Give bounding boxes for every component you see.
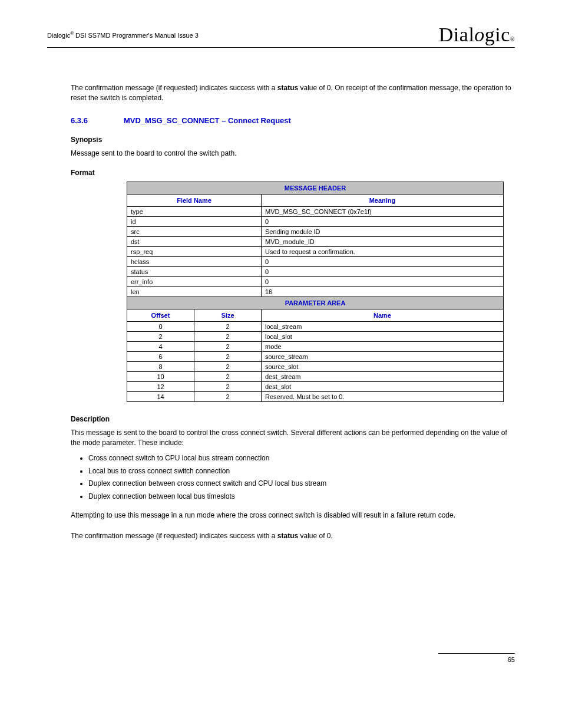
table-row: len16: [127, 287, 504, 297]
cell-field: rsp_req: [127, 247, 262, 257]
table-row: 122dest_slot: [127, 382, 504, 392]
intro-bold: status: [277, 84, 298, 92]
table-row: 62source_stream: [127, 352, 504, 362]
cell-size: 2: [194, 362, 262, 372]
cell-name: Reserved. Must be set to 0.: [262, 392, 504, 402]
table-row: hclass0: [127, 257, 504, 267]
table-row: dstMVD_module_ID: [127, 237, 504, 247]
cell-field: dst: [127, 237, 262, 247]
section-heading: 6.3.6MVD_MSG_SC_CONNECT – Connect Reques…: [71, 116, 515, 125]
cell-size: 2: [194, 392, 262, 402]
description-para3: The confirmation message (if requested) …: [71, 531, 515, 541]
table-row: id0: [127, 217, 504, 227]
table-row: err_info0: [127, 277, 504, 287]
col-offset: Offset: [127, 309, 194, 322]
parameter-area-title: PARAMETER AREA: [127, 297, 504, 309]
intro-paragraph: The confirmation message (if requested) …: [71, 83, 515, 103]
cell-size: 2: [194, 382, 262, 392]
description-para1: This message is sent to the board to con…: [71, 428, 515, 448]
cell-name: source_slot: [262, 362, 504, 372]
synopsis-text: Message sent to the board to control the…: [71, 149, 515, 159]
cell-size: 2: [194, 332, 262, 342]
cell-name: dest_slot: [262, 382, 504, 392]
para3-before: The confirmation message (if requested) …: [71, 532, 277, 540]
cell-field: id: [127, 217, 262, 227]
cell-meaning: 0: [262, 217, 504, 227]
message-header-title: MESSAGE HEADER: [127, 182, 504, 195]
synopsis-heading: Synopsis: [71, 136, 515, 144]
col-size: Size: [194, 309, 262, 322]
cell-name: source_stream: [262, 352, 504, 362]
cell-field: err_info: [127, 277, 262, 287]
cell-name: mode: [262, 342, 504, 352]
table-row: rsp_reqUsed to request a confirmation.: [127, 247, 504, 257]
col-field-name: Field Name: [127, 195, 262, 207]
cell-meaning: 0: [262, 267, 504, 277]
description-heading: Description: [71, 415, 515, 423]
cell-size: 2: [194, 342, 262, 352]
table-row: 102dest_stream: [127, 372, 504, 382]
cell-offset: 10: [127, 372, 194, 382]
page-footer: 65: [438, 653, 515, 663]
table-row: status0: [127, 267, 504, 277]
section-number: 6.3.6: [71, 116, 124, 125]
dialogic-logo: Dialogic®: [439, 24, 515, 46]
cell-offset: 6: [127, 352, 194, 362]
intro-text-before: The confirmation message (if requested) …: [71, 84, 277, 92]
page-number: 65: [508, 656, 515, 663]
table-row: 82source_slot: [127, 362, 504, 372]
header-doc-title: Dialogic® DSI SS7MD Programmer's Manual …: [47, 24, 199, 39]
cell-meaning: Used to request a confirmation.: [262, 247, 504, 257]
description-bullets: Cross connect switch to CPU local bus st…: [88, 454, 515, 501]
cell-meaning: MVD_MSG_SC_CONNECT (0x7e1f): [262, 207, 504, 217]
header-product-suffix: DSI SS7MD Programmer's Manual Issue 3: [74, 32, 199, 39]
cell-size: 2: [194, 322, 262, 332]
col-name: Name: [262, 309, 504, 322]
section-title: MVD_MSG_SC_CONNECT – Connect Request: [124, 116, 291, 125]
cell-offset: 14: [127, 392, 194, 402]
table-row: 142Reserved. Must be set to 0.: [127, 392, 504, 402]
list-item: Cross connect switch to CPU local bus st…: [88, 454, 515, 463]
cell-field: hclass: [127, 257, 262, 267]
list-item: Local bus to cross connect switch connec…: [88, 467, 515, 476]
cell-meaning: Sending module ID: [262, 227, 504, 237]
cell-offset: 2: [127, 332, 194, 342]
logo-registered: ®: [510, 36, 515, 42]
cell-name: local_slot: [262, 332, 504, 342]
description-para2: Attempting to use this message in a run …: [71, 510, 515, 521]
cell-offset: 4: [127, 342, 194, 352]
list-item: Duplex connection between local bus time…: [88, 492, 515, 502]
cell-name: local_stream: [262, 322, 504, 332]
cell-offset: 12: [127, 382, 194, 392]
cell-offset: 0: [127, 322, 194, 332]
table-row: 42mode: [127, 342, 504, 352]
table-row: srcSending module ID: [127, 227, 504, 237]
cell-name: dest_stream: [262, 372, 504, 382]
cell-field: len: [127, 287, 262, 297]
cell-size: 2: [194, 352, 262, 362]
format-heading: Format: [71, 169, 515, 177]
table-row: typeMVD_MSG_SC_CONNECT (0x7e1f): [127, 207, 504, 217]
cell-size: 2: [194, 372, 262, 382]
cell-field: type: [127, 207, 262, 217]
cell-meaning: 16: [262, 287, 504, 297]
table-row: 22local_slot: [127, 332, 504, 342]
table-row: 02local_stream: [127, 322, 504, 332]
cell-field: src: [127, 227, 262, 237]
message-table: MESSAGE HEADER Field Name Meaning typeMV…: [127, 182, 504, 402]
header-product-prefix: Dialogic: [47, 32, 70, 39]
list-item: Duplex connection between cross connect …: [88, 479, 515, 489]
page-header: Dialogic® DSI SS7MD Programmer's Manual …: [47, 24, 515, 48]
cell-meaning: MVD_module_ID: [262, 237, 504, 247]
para3-after: value of 0.: [298, 532, 333, 540]
cell-meaning: 0: [262, 257, 504, 267]
cell-meaning: 0: [262, 277, 504, 287]
col-meaning: Meaning: [262, 195, 504, 207]
para3-bold: status: [277, 532, 298, 540]
cell-offset: 8: [127, 362, 194, 372]
cell-field: status: [127, 267, 262, 277]
